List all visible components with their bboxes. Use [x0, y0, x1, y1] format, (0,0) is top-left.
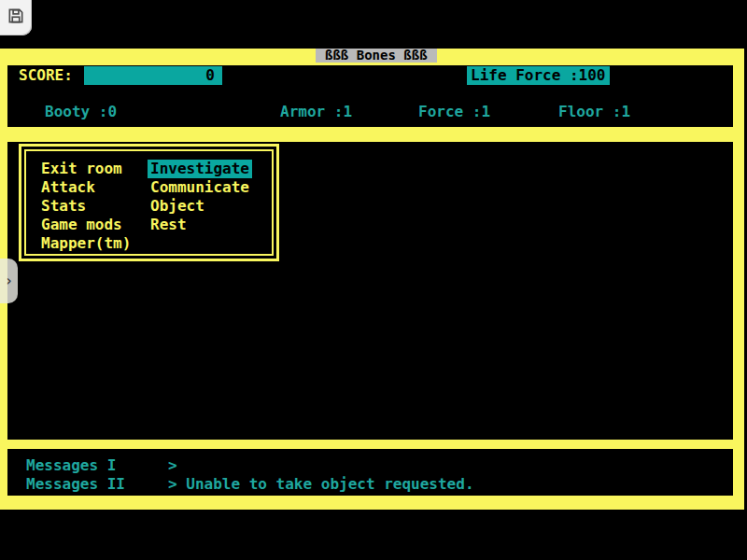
stat-force: Force :1	[418, 103, 490, 120]
stat-booty: Booty :0	[45, 103, 117, 120]
messages-1-label: Messages I	[26, 456, 116, 474]
drawer-handle[interactable]: ›	[0, 259, 18, 303]
messages-1-text: >	[168, 456, 177, 474]
save-button[interactable]	[0, 0, 32, 35]
menu-item-stats[interactable]: Stats	[38, 197, 134, 216]
action-menu: Exit room Attack Stats Game mods Mapper(…	[19, 144, 279, 261]
menu-item-attack[interactable]: Attack	[38, 178, 134, 197]
menu-item-investigate[interactable]: Investigate	[148, 160, 252, 178]
window-title: ßßß Bones ßßß	[316, 49, 437, 63]
status-panel: SCORE: 0 Life Force :100 Booty :0 Armor …	[7, 65, 733, 127]
game-area: Exit room Attack Stats Game mods Mapper(…	[7, 142, 733, 440]
score-label: SCORE:	[19, 66, 73, 85]
menu-item-rest[interactable]: Rest	[148, 216, 252, 234]
messages-2-text: > Unable to take object requested.	[168, 475, 474, 493]
stat-armor: Armor :1	[280, 103, 352, 120]
menu-item-object[interactable]: Object	[148, 197, 252, 216]
life-force-badge: Life Force :100	[467, 66, 610, 85]
messages-2-label: Messages II	[26, 475, 125, 493]
floppy-disk-icon	[7, 7, 25, 29]
menu-column-left: Exit room Attack Stats Game mods Mapper(…	[38, 160, 134, 253]
main-frame: ßßß Bones ßßß SCORE: 0 Life Force :100 B…	[0, 49, 744, 510]
menu-item-communicate[interactable]: Communicate	[148, 178, 252, 197]
menu-item-exit-room[interactable]: Exit room	[38, 160, 134, 178]
game-screen: ßßß Bones ßßß SCORE: 0 Life Force :100 B…	[0, 0, 747, 560]
chevron-right-icon: ›	[5, 273, 13, 289]
score-bar: 0	[84, 66, 222, 85]
menu-item-game-mods[interactable]: Game mods	[38, 216, 134, 234]
stat-floor: Floor :1	[558, 103, 630, 120]
menu-item-mapper[interactable]: Mapper(tm)	[38, 234, 134, 253]
menu-column-right: Investigate Communicate Object Rest	[148, 160, 252, 234]
messages-panel: Messages I > Messages II > Unable to tak…	[7, 449, 733, 496]
